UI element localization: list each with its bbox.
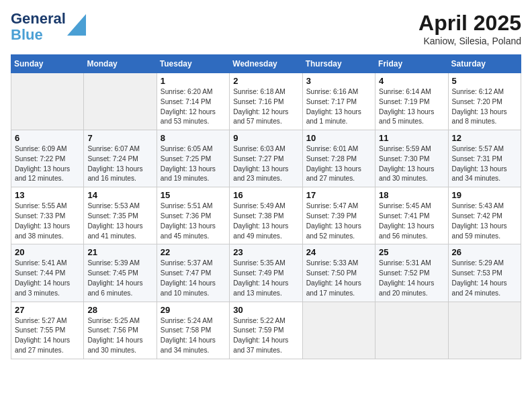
column-header-friday: Friday bbox=[375, 55, 448, 73]
calendar-week-row: 20Sunrise: 5:41 AMSunset: 7:44 PMDayligh… bbox=[11, 244, 521, 302]
logo-text: GeneralBlue bbox=[11, 11, 66, 43]
calendar-cell: 27Sunrise: 5:27 AMSunset: 7:55 PMDayligh… bbox=[11, 302, 84, 359]
calendar-table: SundayMondayTuesdayWednesdayThursdayFrid… bbox=[11, 54, 521, 359]
day-detail: Sunrise: 5:53 AMSunset: 7:35 PMDaylight:… bbox=[87, 201, 152, 241]
day-detail: Sunrise: 5:25 AMSunset: 7:56 PMDaylight:… bbox=[87, 316, 152, 356]
day-number: 18 bbox=[379, 190, 444, 200]
calendar-cell: 10Sunrise: 6:01 AMSunset: 7:28 PMDayligh… bbox=[302, 130, 375, 187]
day-number: 4 bbox=[379, 76, 444, 86]
month-year: April 2025 bbox=[418, 11, 521, 36]
day-number: 25 bbox=[379, 247, 444, 257]
calendar-cell: 19Sunrise: 5:43 AMSunset: 7:42 PMDayligh… bbox=[448, 187, 521, 244]
day-number: 11 bbox=[379, 133, 444, 143]
calendar-cell: 11Sunrise: 5:59 AMSunset: 7:30 PMDayligh… bbox=[375, 130, 448, 187]
day-number: 26 bbox=[452, 247, 517, 257]
day-detail: Sunrise: 6:20 AMSunset: 7:14 PMDaylight:… bbox=[161, 87, 226, 127]
column-header-tuesday: Tuesday bbox=[157, 55, 229, 73]
calendar-cell: 2Sunrise: 6:18 AMSunset: 7:16 PMDaylight… bbox=[230, 73, 302, 130]
day-number: 19 bbox=[452, 190, 517, 200]
calendar-cell: 13Sunrise: 5:55 AMSunset: 7:33 PMDayligh… bbox=[11, 187, 84, 244]
day-number: 29 bbox=[161, 305, 226, 315]
day-detail: Sunrise: 5:55 AMSunset: 7:33 PMDaylight:… bbox=[15, 201, 80, 241]
column-header-monday: Monday bbox=[84, 55, 157, 73]
day-number: 27 bbox=[15, 305, 80, 315]
calendar-week-row: 1Sunrise: 6:20 AMSunset: 7:14 PMDaylight… bbox=[11, 73, 521, 130]
calendar-week-row: 27Sunrise: 5:27 AMSunset: 7:55 PMDayligh… bbox=[11, 302, 521, 359]
page-header: GeneralBlue April 2025 Kaniow, Silesia, … bbox=[11, 11, 521, 46]
day-number: 16 bbox=[233, 190, 298, 200]
day-detail: Sunrise: 5:47 AMSunset: 7:39 PMDaylight:… bbox=[306, 201, 371, 241]
day-detail: Sunrise: 6:03 AMSunset: 7:27 PMDaylight:… bbox=[233, 144, 298, 184]
day-number: 22 bbox=[161, 247, 226, 257]
day-detail: Sunrise: 5:31 AMSunset: 7:52 PMDaylight:… bbox=[379, 259, 444, 298]
day-detail: Sunrise: 5:49 AMSunset: 7:38 PMDaylight:… bbox=[233, 201, 298, 241]
day-detail: Sunrise: 5:35 AMSunset: 7:49 PMDaylight:… bbox=[233, 259, 298, 298]
calendar-cell: 15Sunrise: 5:51 AMSunset: 7:36 PMDayligh… bbox=[157, 187, 229, 244]
day-number: 17 bbox=[306, 190, 371, 200]
day-detail: Sunrise: 6:16 AMSunset: 7:17 PMDaylight:… bbox=[306, 87, 371, 127]
calendar-cell: 7Sunrise: 6:07 AMSunset: 7:24 PMDaylight… bbox=[84, 130, 157, 187]
day-number: 9 bbox=[233, 133, 298, 143]
day-detail: Sunrise: 6:07 AMSunset: 7:24 PMDaylight:… bbox=[87, 144, 152, 184]
calendar-cell bbox=[448, 302, 521, 359]
day-detail: Sunrise: 6:09 AMSunset: 7:22 PMDaylight:… bbox=[15, 144, 80, 184]
calendar-cell: 21Sunrise: 5:39 AMSunset: 7:45 PMDayligh… bbox=[84, 244, 157, 302]
calendar-header-row: SundayMondayTuesdayWednesdayThursdayFrid… bbox=[11, 55, 521, 73]
calendar-week-row: 6Sunrise: 6:09 AMSunset: 7:22 PMDaylight… bbox=[11, 130, 521, 187]
day-detail: Sunrise: 5:43 AMSunset: 7:42 PMDaylight:… bbox=[452, 201, 517, 241]
calendar-cell: 25Sunrise: 5:31 AMSunset: 7:52 PMDayligh… bbox=[375, 244, 448, 302]
day-number: 1 bbox=[161, 76, 226, 86]
calendar-cell: 16Sunrise: 5:49 AMSunset: 7:38 PMDayligh… bbox=[230, 187, 302, 244]
day-number: 8 bbox=[161, 133, 226, 143]
day-number: 30 bbox=[233, 305, 298, 315]
calendar-cell: 14Sunrise: 5:53 AMSunset: 7:35 PMDayligh… bbox=[84, 187, 157, 244]
calendar-cell: 28Sunrise: 5:25 AMSunset: 7:56 PMDayligh… bbox=[84, 302, 157, 359]
logo-icon bbox=[67, 11, 86, 36]
calendar-cell: 23Sunrise: 5:35 AMSunset: 7:49 PMDayligh… bbox=[230, 244, 302, 302]
day-number: 23 bbox=[233, 247, 298, 257]
column-header-saturday: Saturday bbox=[448, 55, 521, 73]
logo: GeneralBlue bbox=[11, 11, 86, 43]
day-detail: Sunrise: 5:51 AMSunset: 7:36 PMDaylight:… bbox=[161, 201, 226, 241]
calendar-cell: 1Sunrise: 6:20 AMSunset: 7:14 PMDaylight… bbox=[157, 73, 229, 130]
calendar-cell: 17Sunrise: 5:47 AMSunset: 7:39 PMDayligh… bbox=[302, 187, 375, 244]
calendar-cell: 26Sunrise: 5:29 AMSunset: 7:53 PMDayligh… bbox=[448, 244, 521, 302]
calendar-cell: 29Sunrise: 5:24 AMSunset: 7:58 PMDayligh… bbox=[157, 302, 229, 359]
day-detail: Sunrise: 6:18 AMSunset: 7:16 PMDaylight:… bbox=[233, 87, 298, 127]
day-detail: Sunrise: 5:41 AMSunset: 7:44 PMDaylight:… bbox=[15, 259, 80, 298]
svg-marker-0 bbox=[67, 14, 86, 36]
day-number: 13 bbox=[15, 190, 80, 200]
day-number: 28 bbox=[87, 305, 152, 315]
day-number: 2 bbox=[233, 76, 298, 86]
day-number: 3 bbox=[306, 76, 371, 86]
calendar-week-row: 13Sunrise: 5:55 AMSunset: 7:33 PMDayligh… bbox=[11, 187, 521, 244]
day-detail: Sunrise: 6:14 AMSunset: 7:19 PMDaylight:… bbox=[379, 87, 444, 127]
calendar-cell: 12Sunrise: 5:57 AMSunset: 7:31 PMDayligh… bbox=[448, 130, 521, 187]
day-detail: Sunrise: 5:59 AMSunset: 7:30 PMDaylight:… bbox=[379, 144, 444, 184]
calendar-cell: 20Sunrise: 5:41 AMSunset: 7:44 PMDayligh… bbox=[11, 244, 84, 302]
calendar-cell: 24Sunrise: 5:33 AMSunset: 7:50 PMDayligh… bbox=[302, 244, 375, 302]
calendar-cell: 18Sunrise: 5:45 AMSunset: 7:41 PMDayligh… bbox=[375, 187, 448, 244]
day-detail: Sunrise: 5:33 AMSunset: 7:50 PMDaylight:… bbox=[306, 259, 371, 298]
day-detail: Sunrise: 5:39 AMSunset: 7:45 PMDaylight:… bbox=[87, 259, 152, 298]
calendar-cell: 22Sunrise: 5:37 AMSunset: 7:47 PMDayligh… bbox=[157, 244, 229, 302]
calendar-cell: 5Sunrise: 6:12 AMSunset: 7:20 PMDaylight… bbox=[448, 73, 521, 130]
day-detail: Sunrise: 5:57 AMSunset: 7:31 PMDaylight:… bbox=[452, 144, 517, 184]
day-number: 21 bbox=[87, 247, 152, 257]
day-number: 12 bbox=[452, 133, 517, 143]
column-header-thursday: Thursday bbox=[302, 55, 375, 73]
calendar-cell: 3Sunrise: 6:16 AMSunset: 7:17 PMDaylight… bbox=[302, 73, 375, 130]
calendar-cell bbox=[375, 302, 448, 359]
day-detail: Sunrise: 6:12 AMSunset: 7:20 PMDaylight:… bbox=[452, 87, 517, 127]
day-detail: Sunrise: 5:45 AMSunset: 7:41 PMDaylight:… bbox=[379, 201, 444, 241]
location: Kaniow, Silesia, Poland bbox=[418, 36, 521, 46]
day-number: 5 bbox=[452, 76, 517, 86]
day-detail: Sunrise: 5:29 AMSunset: 7:53 PMDaylight:… bbox=[452, 259, 517, 298]
calendar-cell: 30Sunrise: 5:22 AMSunset: 7:59 PMDayligh… bbox=[230, 302, 302, 359]
calendar-cell: 9Sunrise: 6:03 AMSunset: 7:27 PMDaylight… bbox=[230, 130, 302, 187]
day-detail: Sunrise: 5:27 AMSunset: 7:55 PMDaylight:… bbox=[15, 316, 80, 356]
day-detail: Sunrise: 6:01 AMSunset: 7:28 PMDaylight:… bbox=[306, 144, 371, 184]
calendar-cell bbox=[302, 302, 375, 359]
day-detail: Sunrise: 5:37 AMSunset: 7:47 PMDaylight:… bbox=[161, 259, 226, 298]
day-number: 7 bbox=[87, 133, 152, 143]
